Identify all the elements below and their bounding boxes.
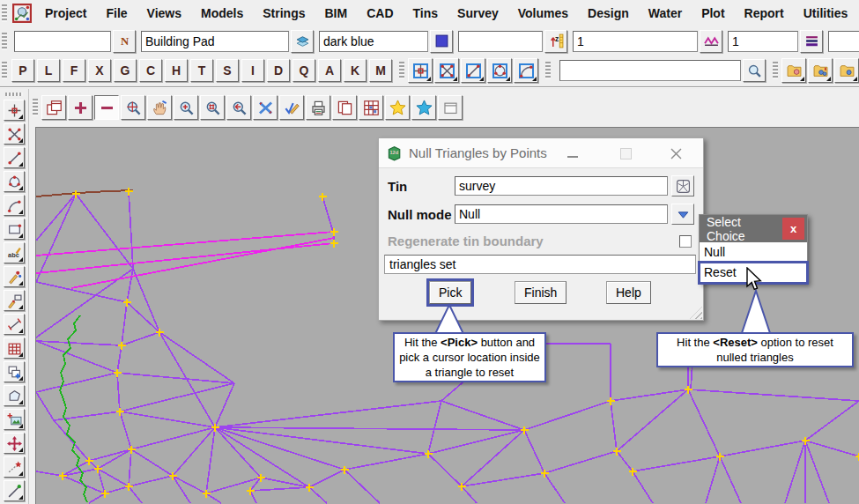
menu-item-water[interactable]: Water: [639, 6, 692, 20]
snap-toggle-m[interactable]: M: [369, 59, 392, 82]
menu-item-design[interactable]: Design: [578, 6, 639, 20]
snap-toggle-h[interactable]: H: [165, 59, 188, 82]
tin-select-button[interactable]: [671, 175, 694, 196]
close-icon[interactable]: [670, 147, 682, 159]
view-pen-check-button[interactable]: [279, 95, 304, 120]
snap-toggle-f[interactable]: F: [63, 59, 85, 82]
snap-toggle-t[interactable]: T: [190, 59, 213, 82]
menubar-grip[interactable]: [2, 4, 7, 22]
view-toolbar-grip[interactable]: [33, 99, 38, 116]
snap-line-button[interactable]: [461, 58, 485, 83]
popup-titlebar[interactable]: Select Choice x: [700, 215, 807, 242]
popup-close-button[interactable]: x: [782, 218, 804, 240]
menu-item-plot[interactable]: Plot: [692, 6, 734, 20]
folder-cube-button[interactable]: [781, 58, 806, 83]
null-mode-input[interactable]: [455, 204, 668, 224]
null-mode-dropdown-button[interactable]: [671, 204, 694, 225]
polygon-tool-button[interactable]: [4, 385, 25, 406]
maximize-button[interactable]: [620, 148, 632, 159]
move-arrows-tool-button[interactable]: [4, 433, 25, 454]
minimize-button[interactable]: [567, 156, 578, 158]
snap-toggle-l[interactable]: L: [37, 59, 60, 82]
linestyle-field[interactable]: [573, 31, 698, 52]
menu-item-report[interactable]: Report: [735, 6, 794, 20]
height-button[interactable]: z: [544, 30, 567, 53]
line-star-tool-button[interactable]: [4, 456, 25, 478]
finish-button[interactable]: Finish: [515, 281, 566, 304]
lineweight-field[interactable]: [728, 31, 798, 52]
snap-toggle-c[interactable]: C: [139, 59, 162, 82]
snap-toggle-d[interactable]: D: [267, 59, 290, 82]
pen-rect-tool-button[interactable]: [4, 290, 25, 311]
snap-arc-button[interactable]: [514, 58, 538, 83]
view-printer-button[interactable]: [306, 95, 330, 120]
model-field[interactable]: [141, 31, 289, 52]
menu-item-survey[interactable]: Survey: [448, 6, 508, 20]
field-toolbar-grip[interactable]: [2, 33, 7, 50]
menu-item-bim[interactable]: BIM: [315, 6, 358, 20]
menu-item-utilities[interactable]: Utilities: [794, 6, 858, 20]
snap-line-tool-button[interactable]: [4, 147, 25, 168]
snap-x-tool-button[interactable]: [4, 123, 25, 145]
view-views-cascade-button[interactable]: [41, 95, 66, 120]
snap-toggle-i[interactable]: I: [241, 59, 264, 82]
snap-circle-tool-button[interactable]: [4, 171, 25, 192]
menu-item-cad[interactable]: CAD: [357, 6, 403, 20]
colour-button[interactable]: [430, 30, 453, 53]
view-star-blue-button[interactable]: [411, 95, 436, 120]
folder-grip[interactable]: [773, 62, 778, 79]
view-zoom-in-button[interactable]: [174, 95, 198, 120]
folder-gears-button[interactable]: [808, 58, 833, 83]
snap-toggle-a[interactable]: A: [318, 59, 341, 82]
text-style-button[interactable]: N: [113, 30, 136, 53]
menu-item-tins[interactable]: Tins: [404, 6, 448, 20]
choice-item-null[interactable]: Null: [700, 242, 807, 263]
view-zoom-prev-button[interactable]: [226, 95, 251, 120]
snap-toggle-k[interactable]: K: [344, 59, 367, 82]
measure-tool-button[interactable]: [4, 314, 25, 335]
image-plus-tool-button[interactable]: [4, 409, 25, 430]
menu-item-file[interactable]: File: [96, 6, 137, 20]
grid-red-tool-button[interactable]: [4, 337, 25, 359]
left-toolbar-grip[interactable]: [5, 93, 23, 96]
model-button[interactable]: [291, 30, 314, 53]
tin-input[interactable]: [455, 176, 668, 196]
help-button[interactable]: Help: [606, 281, 651, 304]
pick-button[interactable]: Pick: [429, 281, 471, 304]
view-minus-button[interactable]: [94, 95, 119, 120]
lineweight-button[interactable]: [800, 30, 823, 53]
tin-field[interactable]: [828, 31, 859, 52]
snap-toggle-p[interactable]: P: [11, 59, 34, 82]
search-grip[interactable]: [545, 62, 551, 79]
regenerate-boundary-checkbox[interactable]: [679, 235, 692, 248]
search-input[interactable]: [559, 60, 741, 81]
copy-plus-tool-button[interactable]: [4, 361, 25, 382]
view-grid-window-button[interactable]: [359, 95, 383, 120]
line-green-tool-button[interactable]: [4, 480, 25, 501]
menu-item-views[interactable]: Views: [137, 6, 191, 20]
snap-toolbar-grip[interactable]: [2, 62, 7, 79]
edit-pen-tool-button[interactable]: [4, 266, 25, 287]
view-star-yellow-button[interactable]: [385, 95, 410, 120]
text-abc-tool-button[interactable]: abc: [4, 242, 25, 263]
snap-target-tool-button[interactable]: [4, 100, 25, 121]
snap-toggle-x[interactable]: X: [88, 59, 111, 82]
view-zoom-dynamic-button[interactable]: [121, 95, 145, 120]
view-copy-view-button[interactable]: [332, 95, 357, 120]
colour-field[interactable]: [319, 31, 428, 52]
resize-grip[interactable]: [690, 307, 702, 319]
height-field[interactable]: [458, 31, 543, 52]
view-window-plain-button[interactable]: [438, 95, 463, 120]
folder-extra-button[interactable]: [834, 58, 859, 83]
menu-item-models[interactable]: Models: [191, 6, 253, 20]
menu-item-volumes[interactable]: Volumes: [508, 6, 578, 20]
view-delete-x-button[interactable]: [253, 95, 278, 120]
snap-toggle-g[interactable]: G: [114, 59, 137, 82]
snap-rect-tool-button[interactable]: [4, 219, 25, 240]
menu-item-project[interactable]: Project: [35, 6, 96, 20]
linestyle-button[interactable]: [700, 30, 722, 53]
snap-toggle-s[interactable]: S: [216, 59, 239, 82]
snap-x-button[interactable]: [434, 58, 459, 83]
menu-item-strings[interactable]: Strings: [253, 6, 315, 20]
view-pan-hand-button[interactable]: [147, 95, 172, 120]
